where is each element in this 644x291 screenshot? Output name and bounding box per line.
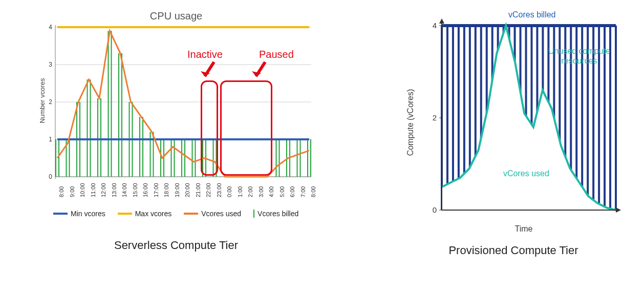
x-tick: 19:00 [174, 183, 180, 197]
right-caption: Provisioned Compute Tier [448, 244, 578, 257]
legend-used-label: Vcores used [201, 210, 241, 218]
x-tick: 20:00 [184, 183, 190, 197]
legend-min-vcores: Min vcores [53, 210, 105, 218]
x-tick: 0:00 [226, 186, 232, 197]
x-tick: 10:00 [79, 183, 85, 197]
right-x-axis-label: Time [426, 224, 621, 234]
left-legend: Min vcores Max vcores Vcores used Vcores… [33, 210, 319, 218]
x-tick: 3:00 [258, 186, 264, 197]
x-tick: 17:00 [153, 183, 159, 197]
svg-text:3: 3 [49, 61, 52, 68]
x-tick: 8:00 [58, 186, 65, 197]
svg-text:2: 2 [433, 113, 437, 122]
legend-billed-label: Vcores billed [257, 210, 298, 218]
legend-used-vcores: Vcores used [184, 210, 241, 218]
x-tick: 6:00 [289, 186, 295, 197]
x-tick: 15:00 [132, 183, 138, 197]
svg-text:4: 4 [433, 21, 437, 30]
x-tick: 11:00 [90, 183, 96, 197]
paused-arrow-icon [250, 61, 270, 81]
paused-box [220, 80, 272, 176]
billed-annot: vCores billed [508, 10, 555, 19]
right-y-axis-label: Compute (vCores) [406, 89, 415, 156]
x-tick: 21:00 [195, 183, 201, 197]
x-tick: 14:00 [121, 183, 127, 197]
x-tick: 2:00 [247, 186, 253, 197]
left-caption: Serverless Compute Tier [114, 239, 238, 252]
x-tick: 23:00 [216, 183, 222, 197]
paused-label: Paused [259, 49, 294, 60]
legend-max-label: Max vcores [135, 210, 172, 218]
provisioned-chart: Compute (vCores) 024 vCores billed Unuse… [406, 10, 621, 236]
x-tick: 7:00 [300, 186, 306, 197]
x-tick: 18:00 [163, 183, 169, 197]
serverless-panel: CPU usage Number vcores 01234 Inactive P… [15, 10, 337, 286]
x-tick: 9:00 [69, 186, 75, 197]
svg-text:4: 4 [49, 24, 52, 31]
x-tick: 8:00 [310, 186, 316, 197]
legend-max-vcores: Max vcores [118, 210, 172, 218]
x-tick: 22:00 [205, 183, 211, 197]
svg-text:1: 1 [49, 136, 52, 143]
serverless-chart: CPU usage Number vcores 01234 Inactive P… [33, 10, 319, 231]
x-tick: 5:00 [279, 186, 285, 197]
svg-text:0: 0 [49, 173, 52, 180]
x-tick: 16:00 [142, 183, 148, 197]
unused-annot: Unused compute resources [548, 46, 610, 66]
inactive-box [201, 80, 218, 176]
chart-comparison-container: CPU usage Number vcores 01234 Inactive P… [0, 0, 644, 291]
inactive-label: Inactive [187, 49, 223, 60]
legend-min-label: Min vcores [71, 210, 105, 218]
x-tick: 4:00 [268, 186, 274, 197]
svg-marker-102 [616, 207, 621, 213]
left-chart-title: CPU usage [33, 10, 319, 22]
svg-marker-101 [439, 18, 444, 24]
legend-billed-vcores: Vcores billed [253, 210, 298, 218]
svg-text:0: 0 [433, 205, 437, 214]
left-y-axis-label: Number vcores [38, 78, 46, 123]
inactive-arrow-icon [199, 61, 219, 81]
x-tick: 13:00 [111, 183, 117, 197]
provisioned-panel: Compute (vCores) 024 vCores billed Unuse… [398, 10, 629, 286]
svg-text:2: 2 [49, 98, 52, 106]
x-tick: 12:00 [100, 183, 106, 197]
used-annot: vCores used [503, 169, 549, 178]
x-tick: 1:00 [237, 186, 243, 197]
left-plot-svg: 01234 [55, 25, 311, 179]
